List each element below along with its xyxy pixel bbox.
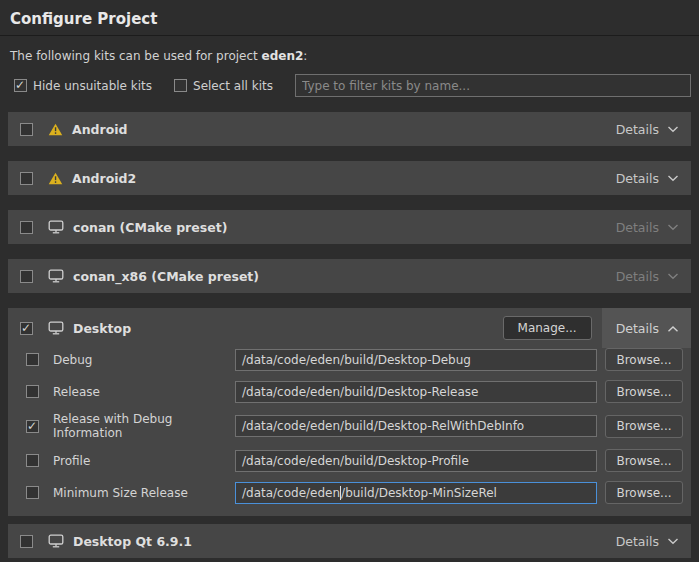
kit-row-conan: conan (CMake preset) Details	[8, 210, 691, 244]
details-toggle-conan-x86[interactable]: Details	[616, 269, 679, 284]
build-config-checkbox[interactable]	[26, 420, 39, 433]
desktop-monitor-icon	[48, 534, 64, 548]
kit-row-android: Android Details	[8, 112, 691, 146]
kit-name[interactable]: Android2	[72, 171, 136, 186]
build-config-checkbox[interactable]	[26, 486, 39, 499]
kit-panel-desktop: Desktop Manage... Details Debug /data/co…	[8, 308, 691, 516]
details-toggle-conan[interactable]: Details	[616, 220, 679, 235]
path-text-after-cursor: /build/Desktop-MinSizeRel	[341, 486, 497, 500]
details-toggle-android[interactable]: Details	[616, 122, 679, 137]
build-dir-input-profile[interactable]: /data/code/eden/build/Desktop-Profile	[235, 450, 597, 472]
build-config-row-release: Release /data/code/eden/build/Desktop-Re…	[26, 380, 683, 403]
build-config-label[interactable]: Release	[53, 385, 235, 399]
build-config-checkbox[interactable]	[26, 353, 39, 366]
browse-button[interactable]: Browse...	[605, 415, 683, 438]
hide-unsuitable-kits-label[interactable]: Hide unsuitable kits	[33, 79, 152, 93]
manage-button[interactable]: Manage...	[503, 316, 592, 340]
kit-checkbox[interactable]	[20, 270, 33, 283]
build-dir-input-debug[interactable]: /data/code/eden/build/Desktop-Debug	[235, 349, 597, 371]
kit-checkbox[interactable]	[20, 322, 33, 335]
kit-name[interactable]: conan_x86 (CMake preset)	[73, 269, 259, 284]
chevron-down-icon	[667, 223, 679, 231]
browse-button[interactable]: Browse...	[605, 380, 683, 403]
kit-filter-controls: Hide unsuitable kits Select all kits	[14, 74, 691, 97]
checkbox-icon[interactable]	[14, 79, 27, 92]
build-config-row-profile: Profile /data/code/eden/build/Desktop-Pr…	[26, 449, 683, 472]
page-title: Configure Project	[10, 10, 689, 28]
page-header: Configure Project	[0, 0, 699, 36]
desktop-monitor-icon	[48, 321, 64, 335]
details-label: Details	[616, 220, 659, 235]
select-all-kits-label[interactable]: Select all kits	[193, 79, 273, 93]
build-config-row-debug: Debug /data/code/eden/build/Desktop-Debu…	[26, 348, 683, 371]
kit-filter-input[interactable]	[295, 74, 691, 97]
warning-icon	[48, 123, 63, 136]
path-text-before-cursor: /data/code/eden	[242, 486, 340, 500]
browse-button[interactable]: Browse...	[605, 449, 683, 472]
kit-name[interactable]: Desktop	[73, 321, 131, 336]
build-config-checkbox[interactable]	[26, 454, 39, 467]
chevron-down-icon	[667, 272, 679, 280]
kit-checkbox[interactable]	[20, 123, 33, 136]
chevron-down-icon	[667, 174, 679, 182]
build-config-label[interactable]: Release with Debug Information	[53, 412, 235, 440]
details-toggle-android2[interactable]: Details	[616, 171, 679, 186]
build-config-checkbox[interactable]	[26, 385, 39, 398]
details-label: Details	[616, 171, 659, 186]
checkbox-icon[interactable]	[174, 79, 187, 92]
build-config-label[interactable]: Debug	[53, 353, 235, 367]
build-dir-input-release[interactable]: /data/code/eden/build/Desktop-Release	[235, 381, 597, 403]
build-dir-input-relwithdebinfo[interactable]: /data/code/eden/build/Desktop-RelWithDeb…	[235, 415, 597, 437]
chevron-down-icon	[667, 125, 679, 133]
warning-icon	[48, 172, 63, 185]
kit-checkbox[interactable]	[20, 172, 33, 185]
build-config-row-relwithdebinfo: Release with Debug Information /data/cod…	[26, 412, 683, 440]
details-toggle-desktop[interactable]: Details	[602, 308, 691, 348]
chevron-up-icon	[667, 321, 679, 336]
kit-checkbox[interactable]	[20, 221, 33, 234]
chevron-down-icon	[667, 537, 679, 545]
kit-row-conan-x86: conan_x86 (CMake preset) Details	[8, 259, 691, 293]
kit-row-desktop: Desktop Manage... Details	[8, 308, 691, 348]
intro-text: The following kits can be used for proje…	[10, 49, 689, 63]
build-config-label[interactable]: Minimum Size Release	[53, 486, 235, 500]
details-label: Details	[616, 269, 659, 284]
details-label: Details	[616, 534, 659, 549]
build-config-label[interactable]: Profile	[53, 454, 235, 468]
kit-name[interactable]: conan (CMake preset)	[73, 220, 227, 235]
build-config-row-minsizerel: Minimum Size Release /data/code/eden/bui…	[26, 481, 683, 504]
build-dir-input-minsizerel[interactable]: /data/code/eden/build/Desktop-MinSizeRel	[235, 482, 597, 504]
kit-row-desktop-qt: Desktop Qt 6.9.1 Details	[8, 524, 691, 558]
desktop-monitor-icon	[48, 269, 64, 283]
browse-button[interactable]: Browse...	[605, 348, 683, 371]
project-name: eden2	[262, 49, 304, 63]
kit-name[interactable]: Desktop Qt 6.9.1	[73, 534, 192, 549]
select-all-kits-checkbox[interactable]: Select all kits	[174, 79, 273, 93]
browse-button[interactable]: Browse...	[605, 481, 683, 504]
intro-suffix: :	[303, 49, 307, 63]
intro-prefix: The following kits can be used for proje…	[10, 49, 262, 63]
details-label: Details	[616, 321, 659, 336]
hide-unsuitable-kits-checkbox[interactable]: Hide unsuitable kits	[14, 79, 152, 93]
details-toggle-desktop-qt[interactable]: Details	[616, 534, 679, 549]
desktop-monitor-icon	[48, 220, 64, 234]
kit-row-android2: Android2 Details	[8, 161, 691, 195]
details-label: Details	[616, 122, 659, 137]
kit-name[interactable]: Android	[72, 122, 128, 137]
kit-checkbox[interactable]	[20, 535, 33, 548]
